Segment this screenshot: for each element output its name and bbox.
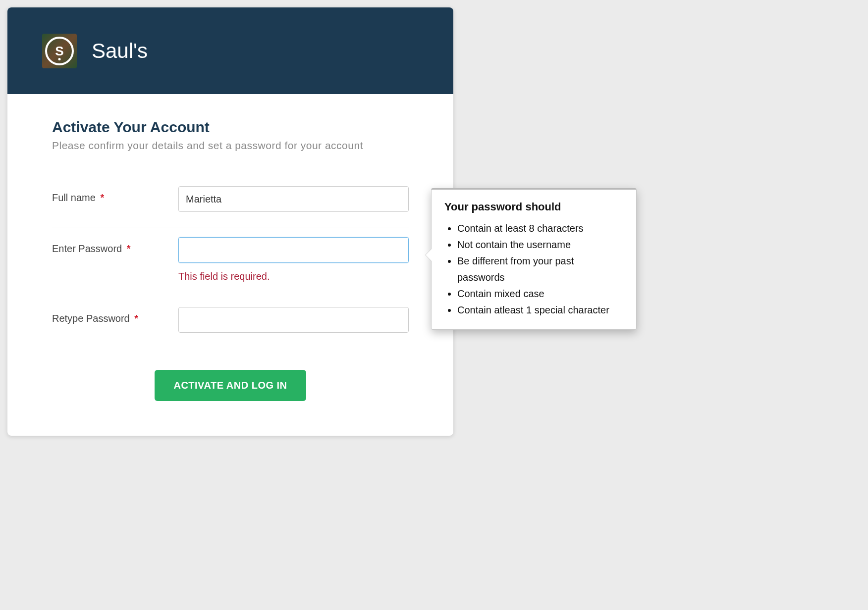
logo-circle-icon: S xyxy=(45,37,74,65)
brand-logo: S xyxy=(42,34,77,68)
page-subtitle: Please confirm your details and set a pa… xyxy=(52,140,409,152)
logo-dot-icon xyxy=(58,58,61,60)
page-title: Activate Your Account xyxy=(52,119,409,136)
required-marker-icon: * xyxy=(127,243,131,254)
account-activation-card: S Saul's Activate Your Account Please co… xyxy=(7,7,453,436)
activation-form: Full name * Enter Password * This field … xyxy=(52,176,409,401)
password-rule: Contain mixed case xyxy=(457,286,623,302)
password-rules-tooltip: Your password should Contain at least 8 … xyxy=(431,188,637,330)
password-input[interactable] xyxy=(178,237,409,263)
logo-letter: S xyxy=(55,45,63,57)
submit-row: ACTIVATE AND LOG IN xyxy=(52,370,409,401)
required-marker-icon: * xyxy=(134,313,138,324)
password-rule: Contain atleast 1 special character xyxy=(457,302,623,318)
password-rules-list: Contain at least 8 characters Not contai… xyxy=(444,220,623,318)
retype-password-row: Retype Password * xyxy=(52,297,409,348)
password-rule: Be different from your past passwords xyxy=(457,253,623,286)
password-error-message: This field is required. xyxy=(178,271,409,282)
password-label: Enter Password * xyxy=(52,237,178,254)
retype-password-input[interactable] xyxy=(178,307,409,333)
full-name-row: Full name * xyxy=(52,176,409,227)
card-header: S Saul's xyxy=(7,7,453,94)
password-rule: Not contain the username xyxy=(457,237,623,253)
password-rule: Contain at least 8 characters xyxy=(457,220,623,237)
tooltip-title: Your password should xyxy=(444,201,623,213)
brand-name: Saul's xyxy=(92,39,148,63)
full-name-input[interactable] xyxy=(178,186,409,212)
card-body: Activate Your Account Please confirm you… xyxy=(7,94,453,436)
password-row: Enter Password * This field is required. xyxy=(52,227,409,297)
activate-login-button[interactable]: ACTIVATE AND LOG IN xyxy=(155,370,306,401)
tooltip-arrow-icon xyxy=(426,249,432,261)
retype-password-label: Retype Password * xyxy=(52,307,178,324)
required-marker-icon: * xyxy=(100,192,104,203)
full-name-label: Full name * xyxy=(52,186,178,203)
